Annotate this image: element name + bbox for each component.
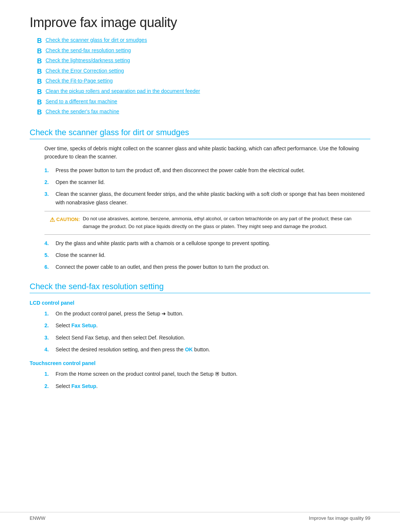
subsection2-title: Touchscreen control panel — [30, 360, 370, 366]
section2-title: Check the send-fax resolution setting — [30, 282, 370, 293]
step-num: 2. — [44, 178, 56, 186]
toc-bullet-8: B — [37, 108, 42, 117]
step-1-4: 4. Dry the glass and white plastic parts… — [44, 239, 370, 247]
step-1-1: 1. Press the power button to turn the pr… — [44, 166, 370, 174]
step-text: Press the power button to turn the produ… — [56, 166, 305, 174]
step-num: 4. — [44, 345, 56, 354]
step-text: From the Home screen on the product cont… — [56, 370, 237, 378]
toc-list: B Check the scanner glass for dirt or sm… — [30, 37, 370, 117]
step-num: 6. — [44, 263, 56, 271]
step-text: On the product control panel, press the … — [56, 310, 183, 318]
toc-bullet-5: B — [37, 78, 42, 86]
caution-label: ⚠ CAUTION: — [50, 215, 80, 225]
step-text: Select Fax Setup. — [56, 382, 98, 390]
toc-bullet-1: B — [37, 37, 42, 45]
caution-icon: ⚠ — [50, 215, 55, 225]
step-text: Clean the scanner glass, the document fe… — [56, 190, 370, 207]
footer-right: Improve fax image quality 99 — [309, 515, 370, 521]
step-1-5: 5. Close the scanner lid. — [44, 251, 370, 259]
toc-item-8: B Check the sender's fax machine — [37, 108, 370, 117]
toc-item-6: B Clean the pickup rollers and separatio… — [37, 88, 370, 96]
step-num: 4. — [44, 239, 56, 247]
toc-bullet-3: B — [37, 57, 42, 66]
step-text: Dry the glass and white plastic parts wi… — [56, 239, 270, 247]
step-text: Close the scanner lid. — [56, 251, 106, 259]
toc-link-3[interactable]: Check the lightness/darkness setting — [46, 57, 130, 63]
section1-intro: Over time, specks of debris might collec… — [44, 144, 370, 161]
step-num: 3. — [44, 334, 56, 342]
step-3-2: 2. Select Fax Setup. — [44, 382, 370, 390]
toc-link-7[interactable]: Send to a different fax machine — [46, 98, 117, 104]
step-num: 2. — [44, 321, 56, 329]
step-text: Open the scanner lid. — [56, 178, 105, 186]
toc-link-5[interactable]: Check the Fit-to-Page setting — [46, 78, 113, 84]
step-1-2: 2. Open the scanner lid. — [44, 178, 370, 186]
toc-item-2: B Check the send-fax resolution setting — [37, 47, 370, 56]
step-3-1: 1. From the Home screen on the product c… — [44, 370, 370, 378]
toc-link-1[interactable]: Check the scanner glass for dirt or smud… — [46, 37, 147, 43]
subsection1-steps: 1. On the product control panel, press t… — [44, 310, 370, 354]
section1-steps2: 4. Dry the glass and white plastic parts… — [44, 239, 370, 271]
toc-link-8[interactable]: Check the sender's fax machine — [46, 108, 119, 114]
footer-left: ENWW — [30, 515, 46, 521]
toc-item-3: B Check the lightness/darkness setting — [37, 57, 370, 66]
step-1-3: 3. Clean the scanner glass, the document… — [44, 190, 370, 207]
section1-title: Check the scanner glass for dirt or smud… — [30, 128, 370, 139]
step-num: 1. — [44, 370, 56, 378]
toc-item-5: B Check the Fit-to-Page setting — [37, 78, 370, 86]
subsection1-title: LCD control panel — [30, 300, 370, 306]
toc-bullet-6: B — [37, 88, 42, 96]
step-2-3: 3. Select Send Fax Setup, and then selec… — [44, 334, 370, 342]
step-2-2: 2. Select Fax Setup. — [44, 321, 370, 329]
toc-bullet-2: B — [37, 47, 42, 56]
step-num: 5. — [44, 251, 56, 259]
caution-text: Do not use abrasives, acetone, benzene, … — [83, 215, 365, 231]
toc-link-2[interactable]: Check the send-fax resolution setting — [46, 47, 131, 53]
toc-bullet-4: B — [37, 68, 42, 76]
toc-bullet-7: B — [37, 98, 42, 107]
step-1-6: 6. Connect the power cable to an outlet,… — [44, 263, 370, 271]
step-text: Connect the power cable to an outlet, an… — [56, 263, 270, 271]
step-text: Select Send Fax Setup, and then select D… — [56, 334, 185, 342]
toc-item-4: B Check the Error Correction setting — [37, 68, 370, 76]
subsection2-steps: 1. From the Home screen on the product c… — [44, 370, 370, 390]
toc-item-1: B Check the scanner glass for dirt or sm… — [37, 37, 370, 45]
toc-link-6[interactable]: Clean the pickup rollers and separation … — [46, 88, 200, 94]
page-title: Improve fax image quality — [30, 15, 370, 30]
step-num: 1. — [44, 310, 56, 318]
step-2-4: 4. Select the desired resolution setting… — [44, 345, 370, 354]
section1-steps: 1. Press the power button to turn the pr… — [44, 166, 370, 207]
step-text: Select the desired resolution setting, a… — [56, 345, 210, 354]
caution-box: ⚠ CAUTION: Do not use abrasives, acetone… — [44, 211, 370, 235]
step-text: Select Fax Setup. — [56, 321, 98, 329]
step-num: 2. — [44, 382, 56, 390]
toc-link-4[interactable]: Check the Error Correction setting — [46, 68, 124, 74]
toc-item-7: B Send to a different fax machine — [37, 98, 370, 107]
page-footer: ENWW Improve fax image quality 99 — [0, 512, 400, 521]
step-num: 1. — [44, 166, 56, 174]
step-2-1: 1. On the product control panel, press t… — [44, 310, 370, 318]
step-num: 3. — [44, 190, 56, 198]
